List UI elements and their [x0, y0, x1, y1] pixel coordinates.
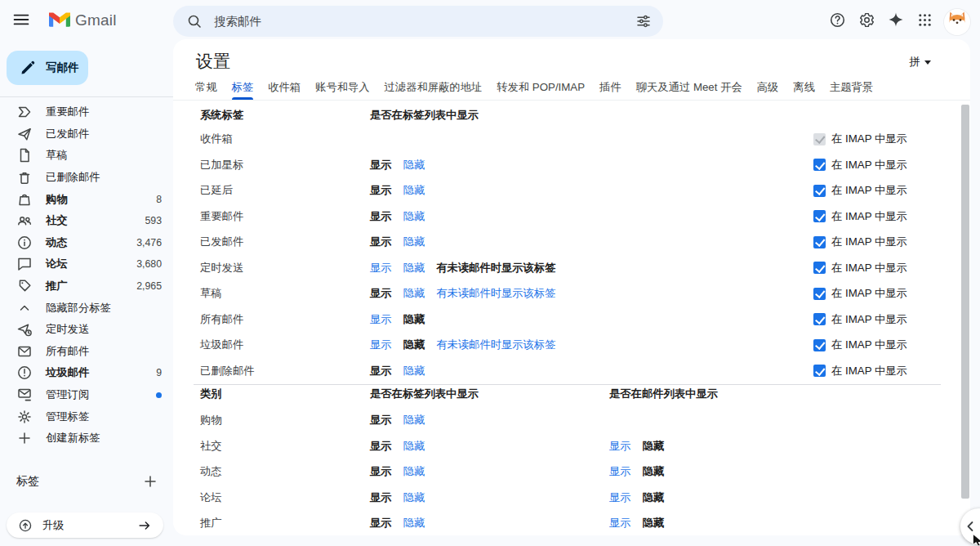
sidebar-item[interactable]: 购物8	[0, 188, 173, 210]
imap-label: 在 IMAP 中显示	[831, 338, 907, 352]
visibility-options: 显示隐藏	[370, 158, 425, 172]
imap-checkbox[interactable]	[813, 262, 826, 274]
hide-option: 隐藏	[643, 516, 665, 530]
sidebar-item[interactable]: 垃圾邮件9	[0, 362, 173, 384]
search-bar[interactable]: 搜索邮件	[173, 6, 663, 37]
imap-checkbox[interactable]	[813, 288, 826, 300]
sidebar-item[interactable]: 重要邮件	[0, 101, 173, 123]
settings-tabs: 常规标签收件箱账号和导入过滤器和屏蔽的地址转发和 POP/IMAP插件聊天及通过…	[188, 75, 880, 100]
settings-tab[interactable]: 过滤器和屏蔽的地址	[385, 75, 483, 100]
visibility-options: 显示隐藏	[370, 312, 425, 327]
imap-checkbox[interactable]	[813, 339, 826, 351]
scheduled-send-icon	[16, 321, 33, 338]
show-option[interactable]: 显示	[609, 464, 631, 479]
imap-checkbox[interactable]	[813, 236, 826, 248]
sidebar-item-label: 管理标签	[46, 410, 89, 424]
imap-checkbox[interactable]	[813, 185, 826, 197]
hide-option[interactable]: 隐藏	[403, 464, 425, 479]
settings-tab[interactable]: 收件箱	[268, 75, 301, 100]
unread-count: 3,680	[136, 258, 162, 270]
sidebar-item[interactable]: 已删除邮件	[0, 167, 173, 189]
imap-cell: 在 IMAP 中显示	[813, 235, 907, 249]
hide-option[interactable]: 隐藏	[403, 516, 425, 530]
show-option[interactable]: 显示	[609, 490, 631, 505]
show-option[interactable]: 显示	[370, 261, 392, 275]
avatar[interactable]	[944, 9, 970, 35]
imap-label: 在 IMAP 中显示	[831, 286, 907, 301]
sidebar-item[interactable]: 草稿	[0, 145, 173, 167]
sidebar-item[interactable]: 推广2,965	[0, 275, 173, 298]
settings-tab[interactable]: 离线	[793, 75, 815, 100]
settings-tab[interactable]: 插件	[599, 75, 621, 100]
sidebar-item[interactable]: 管理订阅	[0, 384, 173, 406]
hide-option: 隐藏	[403, 312, 425, 327]
hide-option: 隐藏	[643, 464, 665, 479]
imap-cell: 在 IMAP 中显示	[813, 338, 907, 352]
sidebar-item[interactable]: 动态3,476	[0, 232, 173, 254]
visibility-options: 显示隐藏有未读邮件时显示该标签	[370, 338, 555, 352]
sidebar-item[interactable]: 管理标签	[0, 405, 173, 427]
hide-option[interactable]: 隐藏	[403, 158, 425, 172]
add-label-plus-icon[interactable]	[142, 473, 158, 490]
gemini-sparkle-icon[interactable]	[882, 6, 910, 34]
compose-button[interactable]: 写邮件	[7, 51, 88, 85]
sidebar-item[interactable]: 论坛3,680	[0, 253, 173, 275]
settings-tab[interactable]: 转发和 POP/IMAP	[497, 75, 585, 100]
sidebar-item-label: 已发邮件	[46, 127, 89, 141]
visibility-options: 显示隐藏	[370, 235, 425, 249]
show-if-unread-option[interactable]: 有未读邮件时显示该标签	[436, 338, 555, 352]
sidebar-item[interactable]: 创建新标签	[0, 427, 173, 450]
gmail-logo-icon[interactable]	[49, 11, 70, 27]
sidebar-item-label: 社交	[46, 213, 68, 228]
sidebar-item[interactable]: 已发邮件	[0, 123, 173, 145]
imap-checkbox[interactable]	[813, 159, 826, 171]
show-option[interactable]: 显示	[609, 439, 631, 454]
row-label: 购物	[200, 413, 222, 427]
hide-option[interactable]: 隐藏	[403, 364, 425, 378]
hide-option[interactable]: 隐藏	[403, 490, 425, 505]
hide-option[interactable]: 隐藏	[403, 413, 425, 427]
sidebar-item[interactable]: 所有邮件	[0, 341, 173, 363]
hide-option[interactable]: 隐藏	[403, 235, 425, 249]
upgrade-button[interactable]: 升级	[7, 512, 163, 538]
show-option[interactable]: 显示	[370, 312, 392, 327]
sidebar-item[interactable]: 隐藏部分标签	[0, 297, 173, 319]
hide-option[interactable]: 隐藏	[403, 183, 425, 198]
show-option: 显示	[370, 209, 392, 224]
settings-tab[interactable]: 账号和导入	[315, 75, 369, 100]
settings-gear-icon[interactable]	[853, 6, 880, 34]
hamburger-menu-icon[interactable]	[11, 10, 31, 29]
imap-checkbox[interactable]	[813, 313, 826, 325]
settings-tab[interactable]: 聊天及通过 Meet 开会	[636, 75, 742, 100]
show-option[interactable]: 显示	[609, 516, 631, 530]
imap-checkbox[interactable]	[813, 210, 826, 222]
hide-option[interactable]: 隐藏	[403, 261, 425, 275]
hide-option[interactable]: 隐藏	[403, 286, 425, 301]
apps-grid-icon[interactable]	[911, 6, 938, 34]
hide-option[interactable]: 隐藏	[403, 209, 425, 224]
system-label-row: 所有邮件显示隐藏在 IMAP 中显示	[173, 307, 970, 333]
input-method-indicator[interactable]: 拼	[910, 55, 932, 69]
sidebar-item[interactable]: 社交593	[0, 210, 173, 232]
show-if-unread-option[interactable]: 有未读邮件时显示该标签	[436, 286, 555, 301]
imap-checkbox[interactable]	[813, 365, 826, 377]
settings-tab[interactable]: 主题背景	[830, 75, 873, 100]
scrollbar-thumb[interactable]	[961, 105, 969, 499]
settings-tab[interactable]: 标签	[232, 75, 254, 100]
search-icon[interactable]	[186, 13, 203, 29]
help-icon[interactable]	[823, 6, 851, 34]
settings-tab[interactable]: 常规	[195, 75, 217, 100]
hide-option[interactable]: 隐藏	[403, 439, 425, 454]
show-option[interactable]: 显示	[370, 338, 392, 352]
show-option: 显示	[370, 286, 392, 301]
visibility-options: 显示隐藏	[370, 464, 425, 479]
system-label-row: 草稿显示隐藏有未读邮件时显示该标签在 IMAP 中显示	[173, 280, 970, 307]
sidebar-item-label: 购物	[46, 192, 68, 207]
search-options-tune-icon[interactable]	[635, 13, 652, 29]
unread-count: 8	[156, 194, 162, 205]
sidebar-item[interactable]: 定时发送	[0, 319, 173, 341]
search-input[interactable]: 搜索邮件	[214, 14, 261, 29]
row-label: 垃圾邮件	[200, 338, 243, 352]
settings-tab[interactable]: 高级	[757, 75, 779, 100]
visibility-options: 显示隐藏	[370, 364, 425, 378]
